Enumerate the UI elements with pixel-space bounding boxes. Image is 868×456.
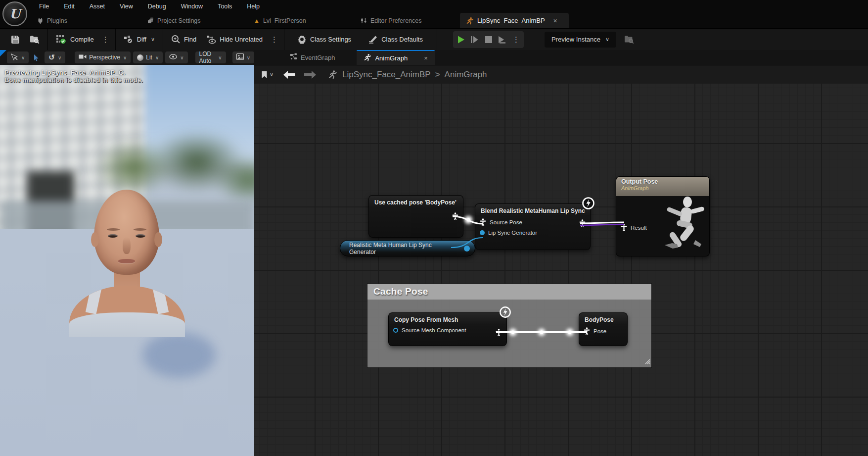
breadcrumb-root[interactable]: LipSync_Face_AnimBP [342,70,431,80]
play-button[interactable] [454,31,468,48]
pose-output-pin[interactable] [579,219,586,227]
menu-view[interactable]: View [112,0,140,13]
animgraph-canvas[interactable]: Cache Pose Use cached pose 'BodyPose' Bl… [254,84,868,456]
pose-watch-lightning-icon[interactable] [499,306,511,320]
nav-forward-button[interactable] [304,71,316,79]
pin-source-mesh-component[interactable]: Source Mesh Component [389,325,506,335]
transform-tool-dropdown[interactable]: ∨ [7,51,29,63]
class-defaults-label: Class Defaults [381,36,423,43]
node-blend-title: Blend Realistic MetaHuman Lip Sync [475,204,590,216]
lit-mode-dropdown[interactable]: Lit ∨ [133,51,163,63]
toolbar-separator [115,29,116,50]
plug-icon [37,17,44,24]
tab-editor-preferences[interactable]: Editor Preferences [361,13,422,28]
step-forward-button[interactable] [468,31,482,48]
gear-icon [297,35,307,44]
tab-eventgraph-label: EventGraph [301,54,335,61]
breadcrumb-bar: ∨ LipSync_Face_AnimBP > AnimGraph [254,65,868,84]
pose-watch-lightning-icon[interactable] [582,197,595,212]
pose-output-pin[interactable] [452,212,458,220]
menu-file[interactable]: File [32,0,56,13]
menu-asset[interactable]: Asset [82,0,112,13]
diff-label: Diff [137,36,146,43]
select-tool-button[interactable] [31,54,42,61]
playback-controls: ⋮ [453,31,524,48]
lod-label: LOD Auto [199,51,216,64]
resize-grip-icon[interactable] [645,357,650,366]
pin-source-pose[interactable]: Source Pose [475,216,590,228]
hide-unrelated-button[interactable]: Hide Unrelated [201,29,268,50]
menu-edit[interactable]: Edit [56,0,82,13]
preview-instance-label: Preview Instance [551,36,600,43]
find-icon [171,35,181,44]
tab-project-settings[interactable]: Project Settings [147,13,201,28]
class-settings-button[interactable]: Class Settings [292,29,356,50]
pencil-lines-icon [368,35,378,44]
tab-animgraph[interactable]: AnimGraph × [357,50,434,65]
close-icon[interactable]: × [424,54,428,62]
ear [154,232,162,247]
toolbar-separator [163,29,163,50]
camera-icon [79,54,87,61]
rotation-snap-dropdown[interactable]: ↺ ∨ [45,51,65,63]
preview-instance-dropdown[interactable]: Preview Instance ∨ [545,32,616,48]
menu-tools[interactable]: Tools [210,0,239,13]
browse-to-asset-button[interactable] [25,29,45,50]
bookmarks-dropdown[interactable]: ∨ [261,71,274,79]
node-output-pose[interactable]: Output Pose AnimGraph Result [616,176,710,256]
close-icon[interactable]: × [553,17,557,25]
perspective-dropdown[interactable]: Perspective ∨ [75,51,131,63]
pin-pose-label: Pose [594,328,606,334]
eventgraph-icon [290,53,297,62]
tab-lipsync-face-animbp[interactable]: LipSync_Face_AnimBP × [460,13,569,28]
node-lipsync-generator[interactable]: Realistic Meta Human Lip Sync Generator [340,240,475,256]
save-button[interactable] [6,29,25,50]
node-blend-metahuman-lipsync[interactable]: Blend Realistic MetaHuman Lip Sync Sourc… [475,203,591,250]
pin-lipsync-generator[interactable]: Lip Sync Generator [475,228,590,238]
node-use-cached-pose[interactable]: Use cached pose 'BodyPose' [368,195,463,238]
menu-window[interactable]: Window [174,0,210,13]
tab-lvl-firstperson[interactable]: ▲ Lvl_FirstPerson [254,13,306,28]
skip-to-end-button[interactable] [496,31,509,48]
compile-options-kebab[interactable]: ⋮ [99,29,112,50]
forward-arrow-icon [304,71,316,79]
tab-animgraph-label: AnimGraph [375,54,408,62]
tab-eventgraph[interactable]: EventGraph [283,50,342,65]
diff-icon [124,35,134,44]
pose-pin-icon [621,224,627,231]
comment-title-bar[interactable]: Cache Pose [367,284,651,300]
tab-lipsync-face-animbp-label: LipSync_Face_AnimBP [477,17,545,24]
compile-button[interactable]: Compile [51,29,99,50]
tab-plugins-label: Plugins [47,17,67,24]
lod-dropdown[interactable]: LOD Auto ∨ [195,51,226,63]
hide-unrelated-options-kebab[interactable]: ⋮ [268,29,281,50]
stop-button[interactable] [482,31,496,48]
viewport-3d-scene[interactable]: Previewing LipSync_Face_AnimBP_C. Bone m… [0,65,254,456]
show-flags-dropdown[interactable]: ∨ [165,51,187,63]
breadcrumb-current[interactable]: AnimGraph [445,70,487,80]
menu-debug[interactable]: Debug [140,0,174,13]
unreal-logo-icon[interactable]: U [2,1,27,26]
pose-output-pin[interactable] [496,329,502,336]
chevron-down-icon: ∨ [155,55,159,60]
hide-unrelated-label: Hide Unrelated [220,36,263,43]
screenshot-dropdown[interactable]: ∨ [232,51,254,63]
playback-options-kebab[interactable]: ⋮ [509,31,523,48]
chevron-down-icon: ∨ [247,55,250,60]
menu-help[interactable]: Help [239,0,267,13]
tab-plugins[interactable]: Plugins [37,13,67,28]
node-copy-pose-from-mesh[interactable]: Copy Pose From Mesh Source Mesh Componen… [388,312,507,346]
class-defaults-button[interactable]: Class Defaults [363,29,428,50]
find-button[interactable]: Find [166,29,201,50]
hide-unrelated-icon [206,35,216,44]
node-use-cached-pose-title: Use cached pose 'BodyPose' [369,196,463,208]
diff-button[interactable]: Diff ∨ [119,29,160,50]
nav-back-button[interactable] [283,71,295,79]
compile-label: Compile [70,36,94,43]
level-warning-icon: ▲ [254,17,260,24]
node-body-pose[interactable]: BodyPose Pose [579,312,628,346]
lit-label: Lit [146,54,152,61]
pin-pose[interactable]: Pose [579,325,627,337]
object-output-pin[interactable] [464,246,470,252]
browse-debug-target-button[interactable] [619,29,639,50]
